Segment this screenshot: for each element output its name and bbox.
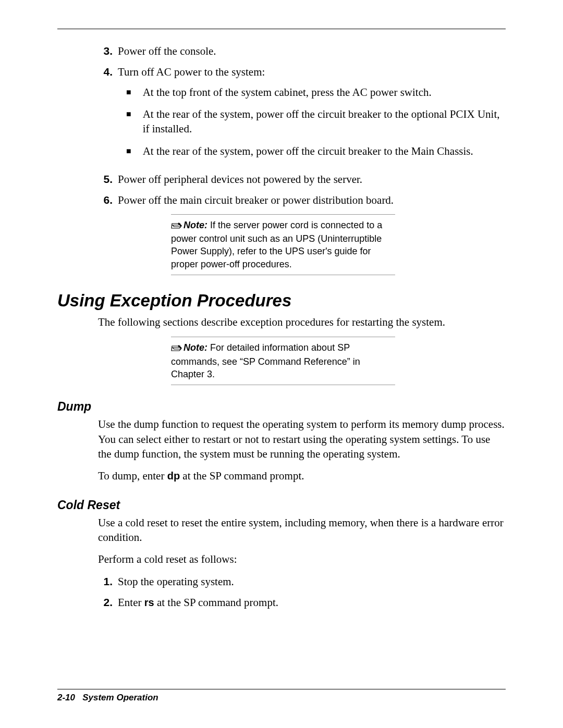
step-text: Stop the operating system. — [118, 574, 506, 589]
step-intro: Turn off AC power to the system: — [118, 66, 265, 78]
step-text: Power off the console. — [118, 44, 506, 58]
bullet-text: At the top front of the system cabinet, … — [143, 85, 506, 100]
note-pencil-icon — [171, 342, 182, 355]
square-bullet-icon: ■ — [126, 144, 131, 158]
footer-rule — [57, 689, 506, 689]
step-number: 1. — [98, 574, 113, 589]
cold-paragraph-2: Perform a cold reset as follows: — [98, 552, 506, 566]
cold-paragraph-1: Use a cold reset to reset the entire sys… — [98, 515, 506, 545]
step-text: Power off the main circuit breaker or po… — [118, 193, 506, 207]
note-label: Note: — [183, 220, 207, 230]
text: Enter — [118, 596, 144, 609]
subsection-heading-dump: Dump — [57, 400, 506, 414]
bullet-item: ■ At the top front of the system cabinet… — [118, 85, 506, 100]
note-pencil-icon — [171, 220, 182, 232]
step-6: 6. Power off the main circuit breaker or… — [98, 193, 506, 207]
ordered-steps: 1. Stop the operating system. 2. Enter r… — [98, 574, 506, 610]
page: 3. Power off the console. 4. Turn off AC… — [0, 0, 563, 728]
step-number: 4. — [98, 65, 113, 166]
main-content: 3. Power off the console. 4. Turn off AC… — [57, 44, 506, 275]
subsection-heading-cold-reset: Cold Reset — [57, 498, 506, 512]
section-heading: Using Exception Procedures — [57, 291, 506, 311]
text: at the SP command prompt. — [180, 470, 304, 482]
dump-paragraph-2: To dump, enter dp at the SP command prom… — [98, 468, 506, 483]
bullet-text: At the rear of the system, power off the… — [143, 144, 506, 158]
step-number: 6. — [98, 193, 113, 207]
ordered-steps: 3. Power off the console. 4. Turn off AC… — [98, 44, 506, 208]
step-3: 3. Power off the console. — [98, 44, 506, 58]
note-box: Note: If the server power cord is connec… — [171, 214, 395, 275]
section-intro: The following sections describe exceptio… — [98, 315, 506, 329]
step-text: Power off peripheral devices not powered… — [118, 172, 506, 187]
step-number: 2. — [98, 595, 113, 610]
note-box: Note: For detailed information about SP … — [171, 337, 395, 385]
command-dp: dp — [167, 470, 180, 482]
text: at the SP command prompt. — [154, 596, 278, 609]
command-rs: rs — [144, 597, 154, 608]
page-number: 2-10 — [57, 693, 75, 702]
chapter-title: System Operation — [82, 693, 158, 702]
step-text: Enter rs at the SP command prompt. — [118, 595, 506, 610]
page-footer: 2-10 System Operation — [57, 689, 506, 703]
cold-step-1: 1. Stop the operating system. — [98, 574, 506, 589]
step-text: Turn off AC power to the system: ■ At th… — [118, 65, 506, 166]
step-number: 5. — [98, 172, 113, 187]
bullet-text: At the rear of the system, power off the… — [143, 107, 506, 137]
square-bullet-icon: ■ — [126, 107, 131, 137]
text: To dump, enter — [98, 470, 167, 482]
bullet-item: ■ At the rear of the system, power off t… — [118, 107, 506, 137]
cold-steps: 1. Stop the operating system. 2. Enter r… — [57, 574, 506, 610]
footer-text: 2-10 System Operation — [57, 693, 506, 703]
note2-wrapper: Note: For detailed information about SP … — [57, 337, 506, 385]
step-4: 4. Turn off AC power to the system: ■ At… — [98, 65, 506, 166]
dump-paragraph-1: Use the dump function to request the ope… — [98, 417, 506, 461]
cold-step-2: 2. Enter rs at the SP command prompt. — [98, 595, 506, 610]
note-label: Note: — [183, 342, 207, 353]
sub-bullets: ■ At the top front of the system cabinet… — [118, 85, 506, 158]
step-number: 3. — [98, 44, 113, 58]
square-bullet-icon: ■ — [126, 85, 131, 100]
bullet-item: ■ At the rear of the system, power off t… — [118, 144, 506, 158]
top-rule — [57, 29, 506, 29]
step-5: 5. Power off peripheral devices not powe… — [98, 172, 506, 187]
